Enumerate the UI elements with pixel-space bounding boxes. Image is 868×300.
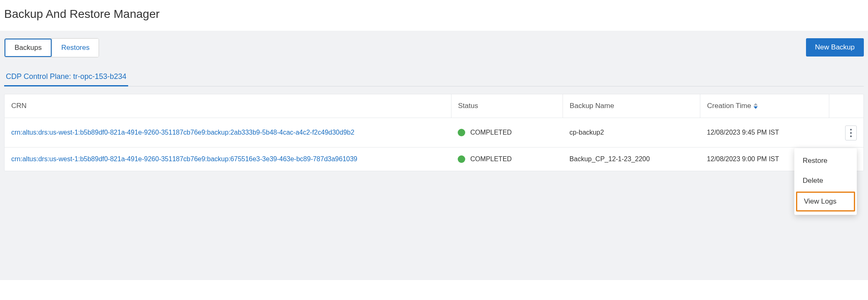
tab-group: Backups Restores — [4, 38, 99, 57]
status-dot-icon — [458, 129, 465, 136]
table-row: crn:altus:drs:us-west-1:b5b89df0-821a-49… — [5, 118, 863, 148]
tab-restores[interactable]: Restores — [52, 39, 99, 57]
status-cell: COMPLETED — [458, 129, 556, 136]
column-header-creation-time[interactable]: Creation Time — [700, 94, 829, 118]
menu-item-delete[interactable]: Delete — [794, 171, 857, 191]
menu-item-restore[interactable]: Restore — [794, 151, 857, 171]
column-header-status[interactable]: Status — [451, 94, 563, 118]
column-header-actions — [829, 94, 863, 118]
row-actions-menu: Restore Delete View Logs — [794, 148, 857, 215]
backup-name-cell: cp-backup2 — [563, 118, 700, 148]
status-cell: COMPLETED — [458, 155, 556, 163]
row-actions-button[interactable] — [845, 125, 857, 140]
table-header-row: CRN Status Backup Name Creation Time — [5, 94, 863, 118]
kebab-dot-icon — [850, 135, 852, 137]
backup-name-cell: Backup_CP_12-1-23_2200 — [563, 148, 700, 171]
tab-underline — [4, 86, 864, 86]
tab-backups[interactable]: Backups — [5, 39, 52, 57]
backup-table: CRN Status Backup Name Creation Time — [5, 94, 863, 171]
kebab-dot-icon — [850, 132, 852, 134]
content-area: Backups Restores New Backup CDP Control … — [0, 31, 868, 280]
status-text: COMPLETED — [470, 155, 512, 163]
kebab-dot-icon — [850, 129, 852, 130]
sort-down-icon — [754, 106, 758, 109]
backup-table-container: CRN Status Backup Name Creation Time — [4, 94, 864, 171]
column-header-creation-time-label: Creation Time — [707, 102, 751, 110]
creation-time-cell: 12/08/2023 9:45 PM IST — [700, 118, 829, 148]
new-backup-button[interactable]: New Backup — [806, 38, 864, 57]
control-plane-tab[interactable]: CDP Control Plane: tr-opc-153-b234 — [4, 69, 128, 86]
column-header-crn[interactable]: CRN — [5, 94, 451, 118]
page-title: Backup And Restore Manager — [0, 0, 868, 31]
table-row: crn:altus:drs:us-west-1:b5b89df0-821a-49… — [5, 148, 863, 171]
crn-link[interactable]: crn:altus:drs:us-west-1:b5b89df0-821a-49… — [11, 129, 355, 136]
status-dot-icon — [458, 155, 465, 163]
status-text: COMPLETED — [470, 129, 512, 136]
column-header-backup-name[interactable]: Backup Name — [563, 94, 700, 118]
sort-icon — [754, 103, 758, 109]
sort-up-icon — [754, 103, 758, 106]
crn-link[interactable]: crn:altus:drs:us-west-1:b5b89df0-821a-49… — [11, 155, 357, 162]
menu-item-view-logs[interactable]: View Logs — [796, 192, 855, 211]
toolbar: Backups Restores New Backup — [4, 38, 864, 57]
